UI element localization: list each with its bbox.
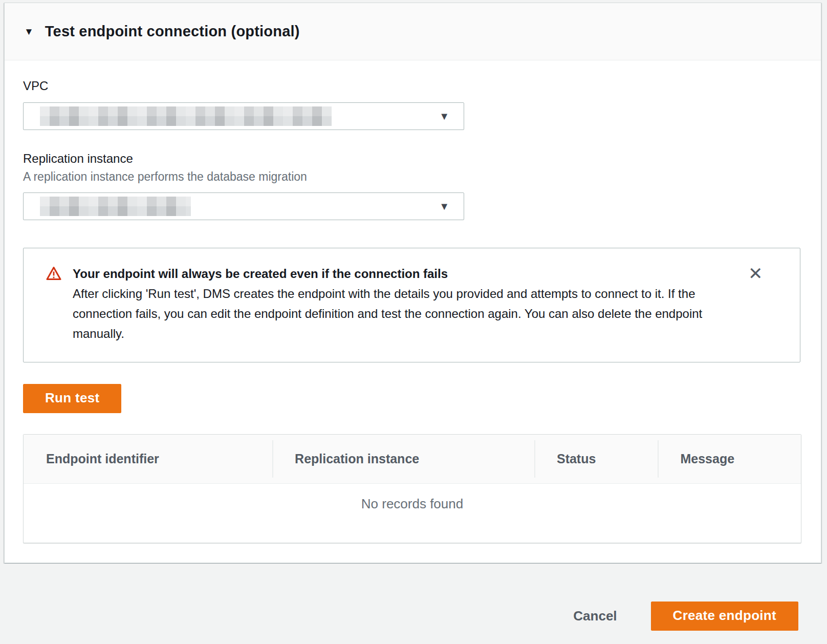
vpc-select[interactable]: ▼	[23, 102, 464, 130]
warning-alert-title: Your endpoint will always be created eve…	[73, 264, 738, 284]
close-icon[interactable]: ✕	[748, 265, 763, 282]
column-header-replication-instance: Replication instance	[272, 452, 534, 466]
warning-alert-body: After clicking 'Run test', DMS creates t…	[73, 284, 738, 344]
column-header-message: Message	[658, 452, 800, 466]
column-header-status: Status	[534, 452, 658, 466]
test-results-table: Endpoint identifier Replication instance…	[23, 434, 801, 543]
vpc-selected-value-redacted	[40, 106, 332, 126]
footer-actions: Cancel Create endpoint	[570, 602, 798, 631]
section-title: Test endpoint connection (optional)	[45, 23, 300, 40]
replication-instance-description: A replication instance performs the data…	[23, 169, 802, 184]
section-body: VPC ▼ Replication instance A replication…	[5, 78, 821, 543]
dropdown-caret-icon: ▼	[439, 111, 449, 121]
replication-instance-select[interactable]: ▼	[23, 192, 464, 220]
test-endpoint-connection-panel: ▼ Test endpoint connection (optional) VP…	[4, 3, 821, 563]
table-header-row: Endpoint identifier Replication instance…	[24, 435, 801, 484]
section-header-toggle[interactable]: ▼ Test endpoint connection (optional)	[5, 3, 821, 60]
warning-alert: Your endpoint will always be created eve…	[23, 248, 800, 362]
run-test-button[interactable]: Run test	[23, 384, 121, 413]
page-footer: Cancel Create endpoint	[0, 564, 827, 644]
dropdown-caret-icon: ▼	[439, 201, 449, 211]
vpc-label: VPC	[23, 78, 802, 94]
replication-instance-selected-value-redacted	[40, 197, 191, 216]
warning-alert-text: Your endpoint will always be created eve…	[73, 264, 738, 344]
cancel-button[interactable]: Cancel	[570, 603, 620, 629]
table-empty-state: No records found	[24, 484, 801, 543]
column-header-endpoint-identifier: Endpoint identifier	[24, 452, 272, 466]
replication-instance-label: Replication instance	[23, 151, 802, 167]
chevron-down-icon: ▼	[24, 27, 34, 36]
create-endpoint-button[interactable]: Create endpoint	[651, 602, 798, 631]
warning-triangle-icon	[46, 266, 61, 283]
